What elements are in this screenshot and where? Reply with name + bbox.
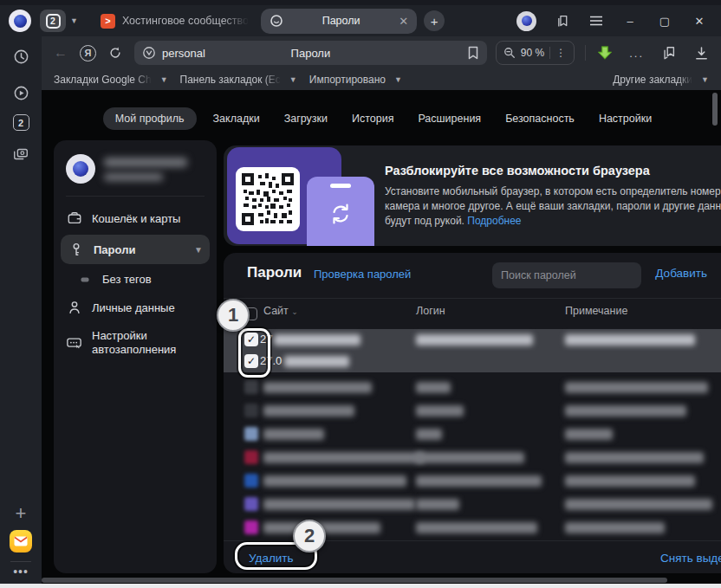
zoom-control[interactable]: 90 % ⋮ <box>496 41 575 65</box>
settings-tab[interactable]: История <box>344 107 401 130</box>
media-play-icon[interactable] <box>0 85 42 101</box>
collections-icon[interactable] <box>555 14 570 29</box>
close-tab-icon[interactable]: ✕ <box>399 15 408 28</box>
browser-settings-page: Мой профильЗакладкиЗагрузкиИсторияРасшир… <box>42 90 721 584</box>
browser-window: 2 ▼ > Хостинговое сообщество Пароли ✕ + <box>0 0 721 588</box>
tab-hosting-community[interactable]: > Хостинговое сообщество <box>101 14 249 29</box>
deselect-link[interactable]: Снять выделение <box>660 552 721 565</box>
bookmark-folder[interactable]: Панель закладок (Ec▼ <box>180 74 297 86</box>
horizontal-scrollbar[interactable] <box>42 578 667 583</box>
reload-icon[interactable] <box>108 46 122 60</box>
bookmark-folder-other[interactable]: Другие закладки ▼ <box>613 74 709 86</box>
note-redacted <box>565 382 708 393</box>
site-favicon <box>244 450 258 464</box>
protect-icon[interactable] <box>142 46 156 60</box>
zoom-out-icon[interactable] <box>503 47 516 59</box>
maximize-button[interactable]: ▢ <box>657 15 672 28</box>
login-redacted <box>416 405 464 417</box>
downloads-icon[interactable] <box>694 46 709 61</box>
bookmark-label: Импортировано <box>309 74 386 86</box>
login-redacted <box>416 499 459 510</box>
add-password-link[interactable]: Добавить <box>655 267 707 280</box>
profile-avatar[interactable] <box>516 11 536 31</box>
password-row[interactable] <box>224 494 721 515</box>
history-icon[interactable] <box>0 48 42 65</box>
password-row[interactable] <box>224 400 721 422</box>
tab-counter[interactable]: 2 ▼ <box>40 10 78 32</box>
chevron-down-icon[interactable]: ▼ <box>70 16 78 25</box>
site-favicon <box>244 427 258 441</box>
sidebar-item-label: Настройки автозаполнения <box>92 329 187 357</box>
minimize-button[interactable]: – <box>622 15 638 28</box>
login-redacted <box>416 475 542 487</box>
banner-line: камера и многое другое. А ещё ваши закла… <box>385 199 721 214</box>
check-passwords-link[interactable]: Проверка паролей <box>314 268 411 281</box>
bookmark-flag-icon[interactable] <box>467 46 479 60</box>
screenshot-icon[interactable] <box>0 145 42 163</box>
banner-more-link[interactable]: Подробнее <box>467 215 521 227</box>
new-tab-button[interactable]: + <box>424 10 445 31</box>
tabs-panel-icon[interactable]: 2 <box>0 114 42 131</box>
sidebar-divider <box>66 196 205 197</box>
extensions-overflow-icon[interactable]: ... <box>629 47 644 60</box>
bookmark-folder[interactable]: Импортировано▼ <box>309 74 402 86</box>
sidebar-item-key[interactable]: Пароли▼ <box>61 235 210 264</box>
close-button[interactable]: ✕ <box>692 15 707 28</box>
password-row[interactable] <box>224 447 721 468</box>
add-panel-icon[interactable]: + <box>0 502 42 525</box>
annotation-outline-checkboxes <box>238 328 270 378</box>
collections-toolbar-icon[interactable] <box>661 45 677 61</box>
note-redacted <box>565 475 695 487</box>
settings-tab[interactable]: Расширения <box>410 107 489 130</box>
vertical-scrollbar[interactable] <box>712 93 718 126</box>
yandex-home-icon[interactable]: Я <box>80 45 96 61</box>
note-redacted <box>565 429 613 440</box>
back-icon[interactable]: ← <box>54 45 68 61</box>
sort-icon: ⌄ <box>291 307 298 316</box>
password-search-input[interactable] <box>492 262 641 288</box>
site-favicon <box>244 404 258 417</box>
settings-tab[interactable]: Мой профиль <box>103 107 197 130</box>
user-profile-block[interactable] <box>54 140 217 194</box>
savefrom-extension-icon[interactable] <box>596 44 614 61</box>
password-row[interactable] <box>224 470 721 492</box>
settings-tab[interactable]: Загрузки <box>276 107 335 130</box>
sidebar-item-person[interactable]: Личные данные <box>54 293 217 322</box>
tab-title: Хостинговое сообщество <box>122 15 249 27</box>
zoom-menu-icon[interactable]: ⋮ <box>555 47 567 59</box>
settings-tab[interactable]: Закладки <box>205 107 268 130</box>
tab-passwords[interactable]: Пароли ✕ <box>261 9 417 34</box>
chevron-down-icon: ▼ <box>394 75 402 84</box>
browser-logo-icon[interactable] <box>9 10 31 32</box>
column-note: Примечание <box>565 305 627 317</box>
wallet-icon <box>66 210 82 226</box>
toolbar-divider <box>585 45 586 61</box>
note-redacted <box>565 499 712 510</box>
password-row[interactable] <box>224 423 721 445</box>
address-bar[interactable]: personal Пароли <box>134 41 487 65</box>
tab-title: Пароли <box>290 15 392 27</box>
sidebar-item-autofill[interactable]: Настройки автозаполнения <box>54 322 217 364</box>
sidebar-item-tag[interactable]: Без тегов <box>54 266 217 293</box>
settings-tab[interactable]: Безопасность <box>497 107 582 130</box>
sidebar-item-wallet[interactable]: Кошелёк и карты <box>54 204 217 233</box>
bookmarks-bar: Закладки Google Ch▼Панель закладок (Ec▼И… <box>42 69 721 90</box>
menu-icon[interactable] <box>589 15 603 27</box>
key-icon <box>68 242 84 257</box>
settings-tab[interactable]: Настройки <box>591 107 659 130</box>
column-site[interactable]: Сайт ⌄ <box>263 305 298 317</box>
login-redacted <box>416 522 537 533</box>
site-redacted <box>284 356 349 367</box>
bookmark-folder[interactable]: Закладки Google Ch▼ <box>54 74 168 86</box>
passwords-title: Пароли <box>247 264 302 281</box>
password-row[interactable]: ✓27.0 <box>224 351 721 372</box>
site-favicon <box>244 380 258 394</box>
tab-bar: 2 ▼ > Хостинговое сообщество Пароли ✕ + <box>0 5 721 36</box>
more-tools-icon[interactable]: ••• <box>0 565 42 578</box>
password-row[interactable]: ✓27 <box>224 329 721 351</box>
column-login: Логин <box>416 305 445 317</box>
sidebar-item-label: Пароли <box>94 243 135 256</box>
password-row[interactable] <box>224 377 721 398</box>
yandex-mail-icon[interactable] <box>0 530 42 552</box>
bookmark-label: Закладки Google Ch <box>54 74 152 86</box>
